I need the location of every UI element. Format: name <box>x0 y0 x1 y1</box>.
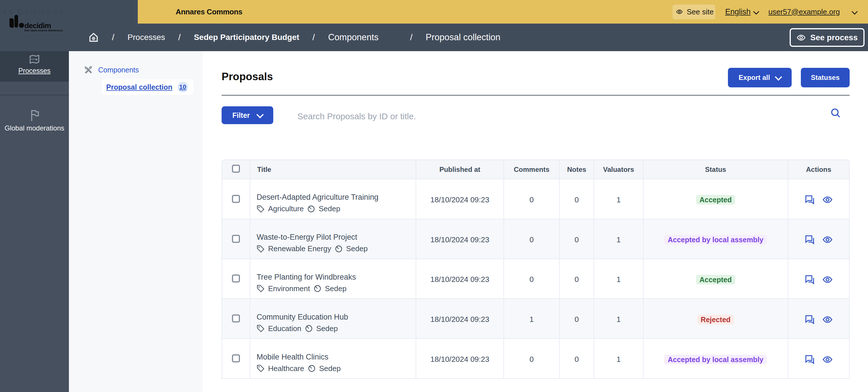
svg-text:free open-source democracy: free open-source democracy <box>24 29 63 32</box>
